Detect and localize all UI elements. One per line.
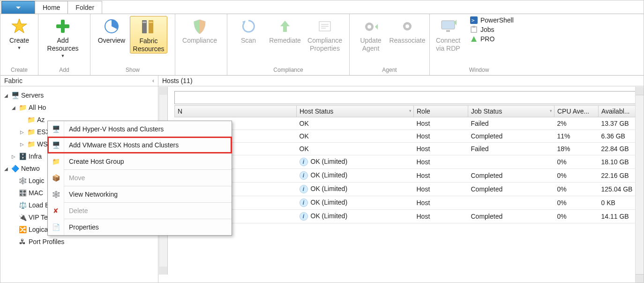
ctx-view-networking-label: View Networking xyxy=(64,191,232,198)
cell-role: Host xyxy=(414,210,468,223)
filter-icon[interactable]: ▾ xyxy=(409,108,412,113)
table-row[interactable]: OKHostFailed18%22.84 GB xyxy=(175,143,644,155)
compliance-button[interactable]: Compliance xyxy=(178,16,221,45)
app-menu-tab[interactable] xyxy=(1,1,35,14)
table-row[interactable]: OKHostFailed2%13.37 GB xyxy=(175,117,644,130)
cell-cpu: 0% xyxy=(554,210,599,223)
tab-home[interactable]: Home xyxy=(35,1,68,14)
col-role[interactable]: Role xyxy=(414,106,468,117)
server-stack-icon xyxy=(139,17,158,36)
vertical-scrollbar[interactable] xyxy=(635,87,644,283)
tree-networking-label: Netwo xyxy=(21,165,40,172)
cell-job: Failed xyxy=(468,117,554,130)
svg-marker-26 xyxy=(471,36,477,42)
ctx-delete[interactable]: ✘Delete xyxy=(48,203,232,219)
svg-text:>: > xyxy=(472,17,475,23)
ctx-add-vmware-label: Add VMware ESX Hosts and Clusters xyxy=(64,141,232,149)
cell-job xyxy=(468,155,554,169)
table-row[interactable]: iOK (Limited)HostCompleted0%22.16 GB xyxy=(175,169,644,183)
table-row[interactable]: iOK (Limited)Host0%0 KB xyxy=(175,196,644,210)
pro-button[interactable]: PRO xyxy=(469,35,515,43)
cell-role: Host xyxy=(414,130,468,143)
search-input[interactable] xyxy=(174,91,640,104)
switch-icon: 🔀 xyxy=(18,225,27,234)
server-icon: 🗄️ xyxy=(18,152,27,161)
col-host-status[interactable]: Host Status▾ xyxy=(297,106,414,117)
table-row[interactable]: iOK (Limited)Host0%18.10 GB xyxy=(175,155,644,169)
svg-rect-25 xyxy=(472,26,475,28)
load-balancer-icon: ⚖️ xyxy=(18,201,27,209)
ctx-move[interactable]: 📦Move xyxy=(48,170,232,186)
cell-cpu: 0% xyxy=(554,183,599,196)
tree-pp-label: Port Profiles xyxy=(29,238,64,245)
col-cpu[interactable]: CPU Ave... xyxy=(554,106,599,117)
table-row[interactable]: OKHostCompleted11%6.36 GB xyxy=(175,130,644,143)
scan-button[interactable]: Scan xyxy=(230,16,267,45)
col-name[interactable]: N xyxy=(175,106,297,117)
nav-title: Fabric xyxy=(4,77,22,84)
star-icon xyxy=(10,17,29,36)
group-show-label: Show xyxy=(90,67,175,75)
connect-rdp-button[interactable]: Connect via RDP xyxy=(430,14,466,67)
gear-icon xyxy=(398,17,417,36)
gear-up-icon xyxy=(361,17,380,36)
overview-button[interactable]: Overview xyxy=(93,16,130,45)
fabric-resources-label: Fabric Resources xyxy=(133,37,165,53)
properties-icon xyxy=(315,17,334,36)
info-icon: i xyxy=(300,158,308,166)
tab-folder[interactable]: Folder xyxy=(67,1,102,14)
cell-role: Host xyxy=(414,169,468,183)
table-row[interactable]: iOK (Limited)HostCompleted0%125.04 GB xyxy=(175,183,644,196)
update-agent-button[interactable]: Update Agent xyxy=(352,16,389,53)
create-button[interactable]: Create ▼ xyxy=(3,16,35,51)
server-add-icon: 🖥️ xyxy=(52,141,60,149)
cell-cpu: 11% xyxy=(554,130,599,143)
collapse-icon[interactable]: ‹ xyxy=(152,77,154,84)
tree-port-profiles[interactable]: 🖧Port Profiles xyxy=(3,236,158,248)
add-resources-button[interactable]: Add Resources ▼ xyxy=(41,16,84,58)
ctx-view-networking[interactable]: 🕸️View Networking xyxy=(48,186,232,202)
arrow-up-icon xyxy=(276,17,294,36)
cell-status: iOK (Limited) xyxy=(297,155,414,169)
port-icon: 🖧 xyxy=(18,237,27,246)
ctx-properties-label: Properties xyxy=(64,223,232,231)
hosts-grid: N Host Status▾ Role Job Status▾ CPU Ave.… xyxy=(174,105,644,223)
remediate-button[interactable]: Remediate xyxy=(267,16,303,45)
tree-ws-label: WS xyxy=(37,140,48,148)
group-window-label: Window xyxy=(430,67,528,75)
tree-infra-label: Infra xyxy=(29,153,42,160)
cell-cpu: 0% xyxy=(554,155,599,169)
filter-icon[interactable]: ▾ xyxy=(550,108,552,113)
svg-rect-20 xyxy=(446,30,450,32)
folder-icon: 📁 xyxy=(27,115,35,124)
cell-job xyxy=(468,196,554,210)
cell-cpu: 0% xyxy=(554,169,599,183)
ctx-create-host-group[interactable]: 📁Create Host Group xyxy=(48,153,232,169)
table-row[interactable]: contmd107/ns2iOK (Limited)HostCompleted0… xyxy=(175,210,644,223)
pro-label: PRO xyxy=(480,35,494,43)
tree-servers[interactable]: ◢🖥️Servers xyxy=(3,89,158,101)
svg-point-15 xyxy=(367,25,371,29)
nav-header: Fabric ‹ xyxy=(0,76,158,86)
tree-all-hosts[interactable]: ◢📁All Ho xyxy=(3,101,158,114)
reassociate-button[interactable]: Reassociate xyxy=(389,16,426,45)
info-icon: i xyxy=(300,171,308,180)
compliance-properties-button[interactable]: Compliance Properties xyxy=(303,16,346,53)
info-icon: i xyxy=(300,199,308,207)
cell-status: iOK (Limited) xyxy=(297,183,414,196)
compliance-properties-label: Compliance Properties xyxy=(307,37,342,53)
ctx-add-vmware[interactable]: 🖥️Add VMware ESX Hosts and Clusters xyxy=(48,137,232,153)
clipboard-icon xyxy=(470,26,478,33)
jobs-button[interactable]: Jobs xyxy=(469,25,515,34)
powershell-button[interactable]: >PowerShell xyxy=(469,16,515,24)
ctx-properties[interactable]: 📄Properties xyxy=(48,219,232,235)
fabric-resources-button[interactable]: Fabric Resources xyxy=(130,16,167,54)
cell-status: iOK (Limited) xyxy=(297,169,414,183)
create-label: Create xyxy=(9,37,29,45)
shield-icon xyxy=(190,17,209,36)
col-job-status[interactable]: Job Status▾ xyxy=(468,106,554,117)
move-icon: 📦 xyxy=(52,174,60,182)
cell-cpu: 0% xyxy=(554,196,599,210)
cell-job: Completed xyxy=(468,169,554,183)
ctx-add-hyperv[interactable]: 🖥️Add Hyper-V Hosts and Clusters xyxy=(48,121,232,137)
